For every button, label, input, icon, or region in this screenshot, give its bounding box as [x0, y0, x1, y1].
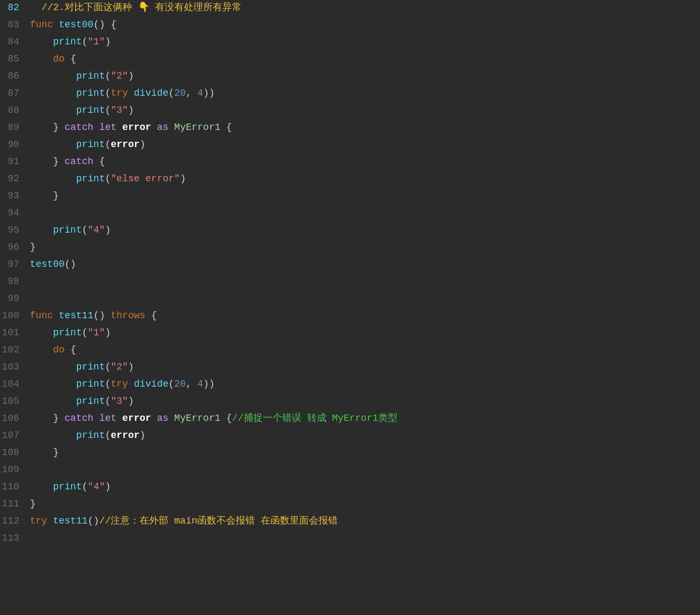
token: (: [105, 396, 111, 406]
token: (: [105, 88, 111, 98]
token: ,: [186, 88, 198, 98]
token: [30, 344, 53, 355]
token: ): [139, 139, 145, 150]
line-number: 109: [0, 463, 28, 478]
token: test00: [30, 259, 65, 270]
code-line: 92 print("else error"): [0, 171, 700, 188]
line-number: 104: [0, 377, 28, 392]
token: test11: [53, 516, 88, 526]
token: print: [53, 225, 82, 235]
token: [30, 53, 53, 64]
token: {: [145, 310, 157, 321]
line-content: print("3"): [28, 394, 700, 409]
token: [94, 122, 99, 133]
token: ,: [186, 379, 198, 389]
token: () {: [94, 19, 116, 30]
code-line: 83func test00() {: [0, 17, 700, 34]
line-content: print("4"): [28, 223, 700, 238]
line-content: }: [28, 445, 700, 460]
line-number: 99: [0, 291, 28, 306]
token: print: [76, 396, 105, 406]
token: [116, 122, 122, 133]
line-number: 96: [0, 240, 28, 255]
token: [30, 173, 76, 184]
code-line: 110 print("4"): [0, 479, 700, 496]
line-number: 83: [0, 18, 28, 33]
token: (: [105, 105, 111, 116]
token: try: [30, 516, 47, 526]
token: print: [76, 173, 105, 184]
token: )): [203, 379, 215, 389]
token: (: [105, 379, 111, 389]
line-number: 88: [0, 103, 28, 118]
token: divide: [134, 379, 168, 389]
token: (: [105, 139, 111, 150]
token: (): [94, 310, 111, 321]
line-number: 108: [0, 445, 28, 460]
token: catch: [65, 156, 94, 167]
line-content: func test11() throws {: [28, 309, 700, 324]
token: error: [111, 139, 139, 150]
token: [30, 71, 76, 81]
token: func: [30, 310, 53, 321]
code-line: 86 print("2"): [0, 68, 700, 86]
token: "2": [111, 362, 128, 372]
token: (: [82, 36, 88, 47]
token: [94, 413, 99, 424]
code-line: 88 print("3"): [0, 103, 700, 120]
token: [30, 88, 76, 98]
line-number: 110: [0, 480, 28, 495]
token: (: [82, 327, 88, 338]
token: error: [111, 430, 139, 441]
token: ): [128, 105, 134, 116]
line-content: print("2"): [28, 69, 700, 84]
code-line: 97test00(): [0, 257, 700, 274]
line-number: 98: [0, 274, 28, 289]
line-content: test00(): [28, 257, 700, 272]
line-content: print("else error"): [28, 172, 700, 187]
line-content: do {: [28, 343, 700, 358]
code-line: 109: [0, 462, 700, 479]
line-number: 92: [0, 172, 28, 187]
line-number: 113: [0, 531, 28, 546]
code-line: 87 print(try divide(20, 4)): [0, 86, 700, 103]
token: ): [180, 173, 186, 184]
token: print: [76, 105, 105, 116]
line-number: 101: [0, 326, 28, 341]
token: }: [30, 413, 65, 424]
token: [168, 413, 174, 424]
line-content: [28, 274, 700, 289]
token: print: [53, 481, 82, 492]
token: print: [76, 88, 105, 98]
token: {: [94, 156, 105, 167]
line-content: }: [28, 497, 700, 512]
line-content: try test11()//注意：在外部 main函数不会报错 在函数里面会报错: [28, 514, 700, 529]
code-line: 98: [0, 274, 700, 291]
line-number: 111: [0, 497, 28, 512]
token: [30, 362, 76, 372]
token: "4": [88, 481, 105, 492]
token: ): [105, 225, 111, 235]
token: [151, 122, 157, 133]
token: (: [82, 481, 88, 492]
token: ): [105, 327, 111, 338]
code-line: 112try test11()//注意：在外部 main函数不会报错 在函数里面…: [0, 513, 700, 531]
code-line: 108 }: [0, 445, 700, 462]
token: [151, 413, 157, 424]
token: let: [99, 122, 116, 133]
token: "1": [88, 327, 105, 338]
line-content: [28, 463, 700, 478]
token: (: [105, 173, 111, 184]
line-number: 87: [0, 86, 28, 101]
token: {: [65, 53, 76, 64]
token: [53, 19, 59, 30]
token: error: [122, 122, 151, 133]
line-number: 93: [0, 189, 28, 204]
line-number: 85: [0, 52, 28, 67]
token: do: [53, 344, 65, 355]
token: print: [76, 139, 105, 150]
code-line: 94: [0, 205, 700, 222]
line-number: 82: [0, 1, 28, 16]
code-line: 103 print("2"): [0, 359, 700, 376]
token: catch: [65, 413, 94, 424]
